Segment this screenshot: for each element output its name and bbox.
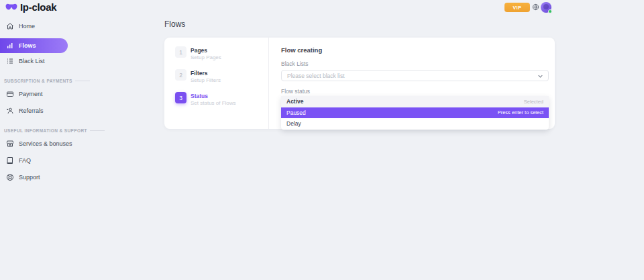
flow-status-label: Flow status <box>281 88 549 95</box>
sidebar-item-flows[interactable]: Flows <box>0 38 68 53</box>
option-paused[interactable]: Paused Press enter to select <box>281 107 549 119</box>
sidebar-item-label: Home <box>19 23 35 30</box>
sidebar-section-header: SUBSCRIPTION & PAYMENTS <box>4 77 156 84</box>
step-subtitle: Setup Filters <box>191 77 221 83</box>
step-subtitle: Set status of Flows <box>191 100 236 106</box>
black-lists-select[interactable]: Please select black list <box>281 70 549 81</box>
sidebar-item-support[interactable]: Support <box>0 170 164 184</box>
option-hint: Selected <box>524 99 543 105</box>
services-icon <box>6 140 14 148</box>
option-delay[interactable]: Delay <box>281 118 549 130</box>
sidebar-item-faq[interactable]: FAQ <box>0 153 164 167</box>
option-label: Active <box>286 98 304 105</box>
sidebar-item-black-list[interactable]: Black List <box>0 54 164 68</box>
black-lists-placeholder: Please select black list <box>287 73 345 79</box>
sidebar-item-label: Referrals <box>19 107 44 114</box>
logo-text: Ip-cloak <box>20 1 56 13</box>
section-title: USEFUL INFORMATION & SUPPORT <box>4 128 87 133</box>
step-number-badge: 2 <box>175 69 186 81</box>
form-title: Flow creating <box>281 46 549 54</box>
sidebar-item-label: Payment <box>19 91 43 97</box>
steps-column: 1 Pages Setup Pages 2 Filters Setup Filt… <box>164 38 269 129</box>
top-header: Ip-cloak VIP <box>0 0 644 15</box>
sidebar-item-referrals[interactable]: Referrals <box>0 103 164 118</box>
form-column: Flow creating Black Lists Please select … <box>281 38 549 109</box>
flows-icon <box>6 42 14 50</box>
flow-creating-card: 1 Pages Setup Pages 2 Filters Setup Filt… <box>164 38 555 129</box>
section-rule <box>75 81 90 81</box>
faq-icon <box>6 156 14 165</box>
online-status-dot <box>548 9 552 13</box>
support-icon <box>6 173 14 181</box>
user-avatar[interactable] <box>541 2 551 13</box>
sidebar-item-payment[interactable]: Payment <box>0 87 164 101</box>
section-title: SUBSCRIPTION & PAYMENTS <box>4 79 72 83</box>
option-label: Delay <box>286 120 301 127</box>
option-label: Paused <box>286 109 306 116</box>
flow-status-dropdown: Active Selected Paused Press enter to se… <box>281 96 549 130</box>
option-hint: Press enter to select <box>498 109 543 115</box>
step-subtitle: Setup Pages <box>191 54 221 60</box>
page-title: Flows <box>164 19 555 29</box>
black-list-icon <box>6 57 14 65</box>
sidebar-section-header: USEFUL INFORMATION & SUPPORT <box>4 127 156 134</box>
referrals-icon <box>6 107 14 115</box>
step-status[interactable]: 3 Status Set status of Flows <box>175 92 268 103</box>
sidebar-item-label: FAQ <box>19 157 31 164</box>
step-filters[interactable]: 2 Filters Setup Filters <box>175 69 268 81</box>
language-globe-icon[interactable] <box>532 3 539 11</box>
payment-icon <box>6 90 14 98</box>
step-title: Pages <box>191 47 221 54</box>
sidebar-item-label: Support <box>19 174 40 181</box>
main-content: Flows 1 Pages Setup Pages 2 Filters Setu… <box>164 15 555 129</box>
logo[interactable]: Ip-cloak <box>5 1 56 13</box>
sidebar-item-home[interactable]: Home <box>0 19 164 33</box>
chevron-down-icon <box>538 75 543 78</box>
step-title: Status <box>191 93 236 99</box>
vip-button[interactable]: VIP <box>504 3 530 12</box>
step-number-badge: 3 <box>175 92 186 103</box>
sidebar-item-label: Services & bonuses <box>19 140 72 147</box>
section-rule <box>90 130 105 131</box>
option-active[interactable]: Active Selected <box>281 96 549 107</box>
sidebar-item-label: Flows <box>19 42 36 49</box>
step-title: Filters <box>191 70 221 77</box>
sidebar-item-label: Black List <box>19 58 45 64</box>
step-pages[interactable]: 1 Pages Setup Pages <box>175 46 268 58</box>
home-icon <box>6 22 14 30</box>
mask-logo-icon <box>5 3 17 11</box>
step-number-badge: 1 <box>175 46 186 58</box>
sidebar-item-services-bonuses[interactable]: Services & bonuses <box>0 136 164 150</box>
app-root: Ip-cloak VIP Home <box>0 0 644 280</box>
black-lists-label: Black Lists <box>281 60 549 67</box>
sidebar: Home Flows Black List SUBSCRIPTION & PAY… <box>0 15 164 280</box>
